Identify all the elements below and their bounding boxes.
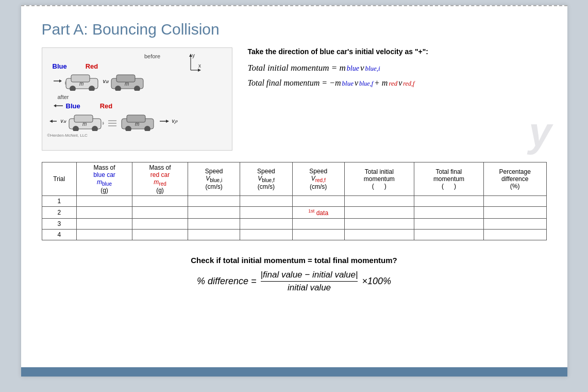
red-car-label-before: Red (86, 62, 98, 70)
dotted-border-top (21, 5, 567, 6)
cell-pd-4 (483, 230, 546, 240)
data-table-wrapper: Trial Mass of blue car mblue (g) Mass of… (42, 162, 547, 240)
formula-fraction: |final value − initial value| initial va… (261, 270, 358, 293)
cell-mb-2 (77, 207, 132, 219)
cell-pd-1 (483, 196, 546, 207)
table-body: 1 2 (42, 196, 546, 240)
th-mass-blue: Mass of blue car mblue (g) (77, 162, 132, 196)
formula-suffix: ×100% (362, 276, 391, 287)
svg-marker-3 (198, 69, 201, 72)
svg-text:y: y (192, 53, 195, 58)
cell-tf-3 (414, 219, 483, 230)
cell-vrf-3 (292, 219, 344, 230)
cell-vrf-1 (292, 196, 344, 207)
percent-formula: % difference = |final value − initial va… (42, 270, 547, 293)
blue-car-label-before: Blue (53, 62, 67, 70)
cell-ti-4 (344, 230, 414, 240)
table-row: 2 1st data (42, 207, 546, 219)
cell-ti-3 (344, 219, 414, 230)
cell-pd-3 (483, 219, 546, 230)
axis-svg: y x (180, 52, 201, 73)
cell-trial-1: 1 (42, 196, 77, 207)
cell-mb-3 (77, 219, 132, 230)
svg-marker-21 (54, 104, 56, 107)
cell-pd-2 (483, 207, 546, 219)
th-trial: Trial (42, 162, 77, 196)
cell-mr-1 (132, 196, 188, 207)
content-area: y x before Blue Red (42, 47, 547, 293)
cell-vrf-4 (292, 230, 344, 240)
cell-tf-1 (414, 196, 483, 207)
cell-tf-4 (414, 230, 483, 240)
svg-marker-40 (166, 120, 169, 123)
blue-car-before: m (65, 71, 101, 91)
page-title: Part A: Bouncing Collision (42, 21, 547, 38)
cell-mb-1 (77, 196, 132, 207)
cell-vi-4 (188, 230, 240, 240)
red-car-after: m (121, 111, 157, 131)
red-car-label-after: Red (100, 102, 113, 110)
diagram-box: y x before Blue Red (42, 47, 232, 151)
svg-text:m: m (135, 121, 139, 127)
cell-vbf-4 (240, 230, 292, 240)
red-car-before: m (110, 71, 146, 91)
svg-text:m: m (79, 81, 83, 87)
equation-1: Total initial momentum = mbluevblue,i (248, 63, 542, 73)
formula-denominator: initial value (288, 282, 331, 293)
svg-text:x: x (198, 63, 201, 69)
cell-ti-2 (344, 207, 414, 219)
before-label: before (78, 53, 227, 59)
cell-trial-2: 2 (42, 207, 77, 219)
check-section: Check if total initial momentum = total … (42, 256, 547, 293)
direction-note: Take the direction of blue car's initial… (248, 47, 542, 56)
cell-trial-3: 3 (42, 219, 77, 230)
svg-text:m: m (82, 121, 87, 127)
blue-after-arrow (53, 101, 64, 110)
cell-vbf-1 (240, 196, 292, 207)
data-table: Trial Mass of blue car mblue (g) Mass of… (42, 162, 547, 240)
th-pct-diff: Percentagedifference(%) (483, 162, 546, 196)
diagram-credit: ©Herden-McNeil, LLC (47, 133, 227, 138)
top-section: y x before Blue Red (42, 47, 547, 151)
th-speed-vi: Speed Vblue,i (cm/s) (188, 162, 240, 196)
cell-mr-3 (132, 219, 188, 230)
bottom-bar (21, 367, 567, 377)
blue-car-after: m (68, 111, 104, 131)
cell-mr-2 (132, 207, 188, 219)
page-container: Part A: Bouncing Collision y x before Bl… (21, 5, 567, 377)
cell-tf-2 (414, 207, 483, 219)
th-speed-vbf: Speed Vblue,f (cm/s) (240, 162, 292, 196)
table-row: 3 (42, 219, 546, 230)
th-speed-vrf: Speed Vred,f (cm/s) (292, 162, 344, 196)
after-label: after (58, 94, 227, 100)
formula-numerator: |final value − initial value| (261, 270, 358, 282)
blue-car-label-after: Blue (66, 102, 80, 110)
table-row: 4 (42, 230, 546, 240)
th-total-initial: Total initialmomentum ( ) (344, 162, 414, 196)
equation-2: Total final momentum = −mbluevblue,f + m… (248, 78, 542, 88)
formula-label: % difference = (197, 276, 257, 287)
blue-after-v-arrow (49, 116, 59, 126)
cell-vrf-2: 1st data (292, 207, 344, 219)
check-title: Check if total initial momentum = total … (42, 256, 547, 265)
blue-velocity-arrow (53, 76, 63, 86)
motion-lines (106, 111, 119, 131)
th-mass-red: Mass of red car mred (g) (132, 162, 188, 196)
cell-ti-1 (344, 196, 414, 207)
cell-vi-3 (188, 219, 240, 230)
vu-after-label: v𝑢 (61, 118, 66, 124)
th-total-final: Total finalmomentum ( ) (414, 162, 483, 196)
equations-box: Take the direction of blue car's initial… (243, 47, 547, 93)
cell-mb-4 (77, 230, 132, 240)
cell-mr-4 (132, 230, 188, 240)
cell-vi-1 (188, 196, 240, 207)
y-watermark: y (529, 108, 552, 156)
vp-after-label: v𝑝 (172, 118, 177, 124)
svg-marker-7 (59, 79, 62, 83)
vi-label: v𝑢 (103, 78, 109, 85)
cell-trial-4: 4 (42, 230, 77, 240)
svg-marker-23 (49, 120, 53, 123)
cell-vbf-3 (240, 219, 292, 230)
cell-vi-2 (188, 207, 240, 219)
cell-vbf-2 (240, 207, 292, 219)
